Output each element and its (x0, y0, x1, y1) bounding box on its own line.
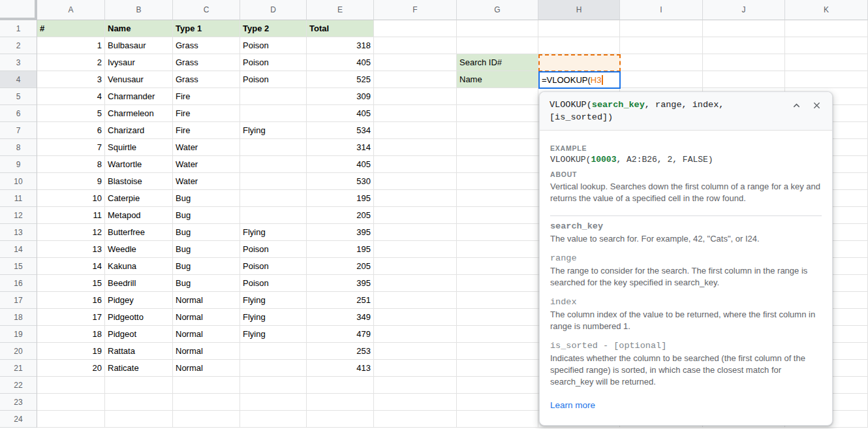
cell-A18[interactable]: 17 (37, 309, 105, 326)
cell-G6[interactable] (457, 105, 538, 122)
cell-D15[interactable]: Poison (240, 258, 307, 275)
cell-E15[interactable]: 205 (307, 258, 374, 275)
cell-A13[interactable]: 12 (37, 224, 105, 241)
cell-A8[interactable]: 7 (37, 139, 105, 156)
cell-D6[interactable] (240, 105, 307, 122)
cell-G18[interactable] (457, 309, 538, 326)
row-header-24[interactable]: 24 (0, 411, 37, 428)
cell-A11[interactable]: 10 (37, 190, 105, 207)
cell-F14[interactable] (374, 241, 457, 258)
row-header-12[interactable]: 12 (0, 207, 37, 224)
row-header-13[interactable]: 13 (0, 224, 37, 241)
cell-D17[interactable]: Flying (240, 292, 307, 309)
cell-E11[interactable]: 195 (307, 190, 374, 207)
cell-C24[interactable] (173, 411, 240, 428)
row-header-15[interactable]: 15 (0, 258, 37, 275)
select-all-corner[interactable] (0, 0, 37, 20)
cell-B21[interactable]: Raticate (105, 360, 173, 377)
column-header-A[interactable]: A (37, 0, 105, 20)
row-header-18[interactable]: 18 (0, 309, 37, 326)
cell-D13[interactable]: Flying (240, 224, 307, 241)
column-header-E[interactable]: E (307, 0, 374, 20)
column-header-K[interactable]: K (785, 0, 868, 20)
cell-B8[interactable]: Squirtle (105, 139, 173, 156)
row-header-23[interactable]: 23 (0, 394, 37, 411)
cell-B10[interactable]: Blastoise (105, 173, 173, 190)
cell-F3[interactable] (374, 54, 457, 71)
cell-C7[interactable]: Fire (173, 122, 240, 139)
cell-E23[interactable] (307, 394, 374, 411)
cell-E19[interactable]: 479 (307, 326, 374, 343)
cell-C6[interactable]: Fire (173, 105, 240, 122)
cell-D18[interactable]: Flying (240, 309, 307, 326)
cell-J4[interactable] (703, 71, 785, 88)
row-header-10[interactable]: 10 (0, 173, 37, 190)
row-header-14[interactable]: 14 (0, 241, 37, 258)
cell-C19[interactable]: Normal (173, 326, 240, 343)
cell-C20[interactable]: Normal (173, 343, 240, 360)
cell-B5[interactable]: Charmander (105, 88, 173, 105)
cell-B2[interactable]: Bulbasaur (105, 37, 173, 54)
cell-F22[interactable] (374, 377, 457, 394)
cell-E24[interactable] (307, 411, 374, 428)
cell-A22[interactable] (37, 377, 105, 394)
row-header-6[interactable]: 6 (0, 105, 37, 122)
cell-D14[interactable]: Poison (240, 241, 307, 258)
cell-B17[interactable]: Pidgey (105, 292, 173, 309)
cell-B12[interactable]: Metapod (105, 207, 173, 224)
cell-G22[interactable] (457, 377, 538, 394)
row-header-7[interactable]: 7 (0, 122, 37, 139)
cell-E1[interactable]: Total (307, 20, 374, 37)
cell-E3[interactable]: 405 (307, 54, 374, 71)
cell-K3[interactable] (785, 54, 868, 71)
row-header-3[interactable]: 3 (0, 54, 37, 71)
cell-A5[interactable]: 4 (37, 88, 105, 105)
collapse-icon[interactable] (792, 101, 801, 110)
cell-B6[interactable]: Charmeleon (105, 105, 173, 122)
cell-C1[interactable]: Type 1 (173, 20, 240, 37)
cell-A17[interactable]: 16 (37, 292, 105, 309)
cell-B20[interactable]: Rattata (105, 343, 173, 360)
cell-A14[interactable]: 13 (37, 241, 105, 258)
cell-E21[interactable]: 413 (307, 360, 374, 377)
cell-B1[interactable]: Name (105, 20, 173, 37)
cell-F19[interactable] (374, 326, 457, 343)
column-header-J[interactable]: J (703, 0, 785, 20)
cell-G11[interactable] (457, 190, 538, 207)
cell-B3[interactable]: Ivysaur (105, 54, 173, 71)
cell-G10[interactable] (457, 173, 538, 190)
cell-A23[interactable] (37, 394, 105, 411)
cell-A16[interactable]: 15 (37, 275, 105, 292)
cell-D16[interactable]: Poison (240, 275, 307, 292)
row-header-9[interactable]: 9 (0, 156, 37, 173)
cell-E20[interactable]: 253 (307, 343, 374, 360)
cell-D23[interactable] (240, 394, 307, 411)
cell-D20[interactable] (240, 343, 307, 360)
cell-F10[interactable] (374, 173, 457, 190)
cell-G16[interactable] (457, 275, 538, 292)
cell-F20[interactable] (374, 343, 457, 360)
cell-F18[interactable] (374, 309, 457, 326)
column-header-B[interactable]: B (105, 0, 173, 20)
cell-C10[interactable]: Water (173, 173, 240, 190)
cell-D10[interactable] (240, 173, 307, 190)
cell-K4[interactable] (785, 71, 868, 88)
cell-D4[interactable]: Poison (240, 71, 307, 88)
column-header-I[interactable]: I (620, 0, 703, 20)
column-header-D[interactable]: D (240, 0, 307, 20)
cell-F17[interactable] (374, 292, 457, 309)
cell-K2[interactable] (785, 37, 868, 54)
cell-F7[interactable] (374, 122, 457, 139)
cell-D8[interactable] (240, 139, 307, 156)
cell-F5[interactable] (374, 88, 457, 105)
cell-B11[interactable]: Caterpie (105, 190, 173, 207)
cell-E2[interactable]: 318 (307, 37, 374, 54)
cell-D9[interactable] (240, 156, 307, 173)
cell-A24[interactable] (37, 411, 105, 428)
cell-F24[interactable] (374, 411, 457, 428)
row-header-17[interactable]: 17 (0, 292, 37, 309)
cell-H2[interactable] (538, 37, 620, 54)
cell-A21[interactable]: 20 (37, 360, 105, 377)
cell-C4[interactable]: Grass (173, 71, 240, 88)
cell-F8[interactable] (374, 139, 457, 156)
